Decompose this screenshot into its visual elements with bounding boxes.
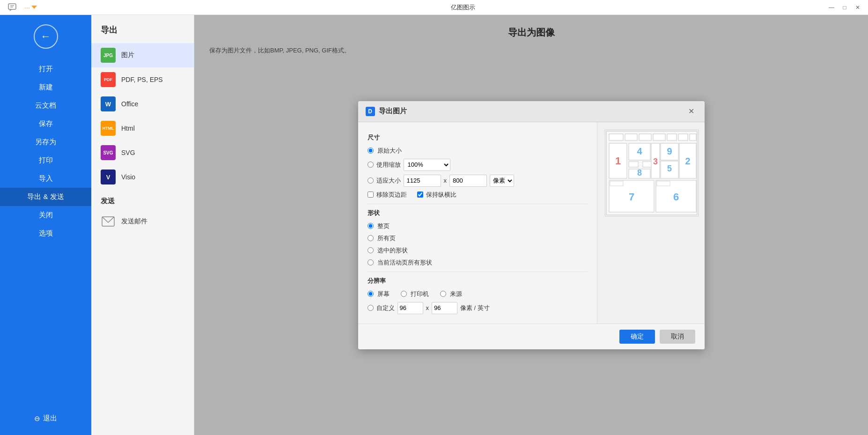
ok-button[interactable]: 确定: [619, 330, 655, 344]
export-item-email[interactable]: 发送邮件: [91, 209, 194, 234]
width-input[interactable]: 1125: [404, 175, 441, 187]
export-item-svg[interactable]: SVG SVG: [91, 140, 194, 165]
all-pages-radio[interactable]: [368, 235, 374, 241]
screen-radio[interactable]: [368, 291, 374, 297]
more-icon[interactable]: ···: [24, 1, 37, 14]
sidebar-item-close[interactable]: 关闭: [0, 206, 91, 224]
svg-rect-7: [609, 134, 623, 140]
margin-checkbox-row: 移除页边距 保持纵横比: [368, 191, 588, 199]
minimize-button[interactable]: —: [827, 3, 836, 12]
html-icon: HTML: [101, 121, 116, 136]
original-size-label[interactable]: 原始大小: [377, 147, 402, 155]
svg-text:1: 1: [615, 155, 620, 167]
full-page-label[interactable]: 整页: [377, 222, 390, 230]
cancel-button[interactable]: 取消: [660, 330, 695, 344]
preview-svg: 1 4 9: [605, 130, 698, 216]
back-icon: ←: [41, 30, 51, 43]
svg-text:8: 8: [637, 168, 641, 177]
email-icon: [101, 214, 116, 229]
dialog-close-button[interactable]: ✕: [686, 106, 697, 117]
selected-radio[interactable]: [368, 247, 374, 253]
resolution-presets-row: 屏幕 打印机 来源: [368, 290, 588, 298]
height-input[interactable]: 800: [449, 175, 487, 187]
back-button[interactable]: ←: [34, 24, 58, 49]
dialog-title-icon: D: [366, 107, 375, 116]
resolution-section-label: 分辨率: [368, 277, 588, 285]
dialog-preview-panel: 1 4 9: [597, 122, 705, 324]
titlebar: ··· 亿图图示 — □ ✕: [0, 0, 868, 15]
fit-size-label[interactable]: 适应大小: [376, 177, 401, 185]
dialog-overlay: D 导出图片 ✕ 尺寸 原始大小: [194, 15, 868, 435]
remove-margin-label[interactable]: 移除页边距: [376, 191, 407, 199]
svg-rect-21: [643, 162, 652, 167]
sidebar: ← 打开 新建 云文档 保存 另存为 打印 导入 导出 & 发送 关闭 选项: [0, 15, 91, 435]
export-item-image[interactable]: JPG 图片: [91, 43, 194, 67]
printer-label[interactable]: 打印机: [411, 290, 429, 298]
zoom-select[interactable]: 100% 150% 200% 50%: [404, 159, 450, 171]
screen-label[interactable]: 屏幕: [377, 290, 390, 298]
current-page-row: 当前活动页所有形状: [368, 258, 588, 267]
full-page-row: 整页: [368, 222, 588, 230]
svg-text:6: 6: [673, 191, 678, 203]
svg-text:5: 5: [667, 164, 671, 173]
svg-text:9: 9: [667, 146, 672, 156]
close-button[interactable]: ✕: [853, 3, 862, 12]
dialog-title-row: D 导出图片: [366, 107, 407, 116]
sidebar-item-export[interactable]: 导出 & 发送: [0, 188, 91, 206]
sidebar-item-new[interactable]: 新建: [0, 78, 91, 96]
custom-label[interactable]: 自定义: [376, 304, 395, 312]
size-section-label: 尺寸: [368, 133, 588, 142]
current-page-label[interactable]: 当前活动页所有形状: [377, 258, 432, 267]
sidebar-item-options[interactable]: 选项: [0, 224, 91, 243]
preview-box: 1 4 9: [605, 130, 699, 216]
unit-select[interactable]: 像素 英寸 毫米: [490, 175, 514, 187]
dialog-header: D 导出图片 ✕: [358, 101, 705, 122]
sidebar-item-cloud[interactable]: 云文档: [0, 96, 91, 115]
svg-marker-4: [31, 6, 37, 9]
svg-icon: SVG: [101, 145, 116, 160]
sidebar-item-print[interactable]: 打印: [0, 151, 91, 170]
app-title: 亿图图示: [99, 3, 827, 12]
fit-size-radio[interactable]: [368, 177, 374, 184]
source-label[interactable]: 来源: [450, 290, 462, 298]
svg-rect-9: [639, 134, 651, 140]
dialog-footer: 确定 取消: [358, 324, 705, 349]
svg-rect-8: [625, 134, 637, 140]
svg-text:3: 3: [653, 157, 657, 166]
dialog-body: 尺寸 原始大小 使用缩放 100% 150%: [358, 122, 705, 324]
chat-icon[interactable]: [6, 1, 19, 14]
all-pages-label[interactable]: 所有页: [377, 234, 396, 243]
zoom-size-row: 使用缩放 100% 150% 200% 50%: [368, 159, 588, 171]
export-item-pdf[interactable]: PDF PDF, PS, EPS: [91, 67, 194, 92]
zoom-size-label[interactable]: 使用缩放: [376, 161, 401, 169]
export-panel-title: 导出: [91, 15, 194, 43]
export-item-html[interactable]: HTML Html: [91, 116, 194, 140]
source-radio[interactable]: [440, 291, 446, 297]
svg-rect-20: [629, 162, 638, 167]
printer-radio[interactable]: [401, 291, 407, 297]
zoom-size-radio[interactable]: [368, 162, 374, 168]
sidebar-item-save-as[interactable]: 另存为: [0, 133, 91, 151]
sidebar-item-open[interactable]: 打开: [0, 60, 91, 78]
sidebar-item-exit[interactable]: ⊖ 退出: [0, 409, 91, 428]
export-item-visio[interactable]: V Visio: [91, 165, 194, 189]
export-item-office[interactable]: W Office: [91, 92, 194, 116]
keep-ratio-checkbox[interactable]: [417, 192, 423, 198]
sidebar-item-save[interactable]: 保存: [0, 115, 91, 133]
jpg-icon: JPG: [101, 48, 116, 63]
res-width-input[interactable]: [397, 302, 423, 314]
current-page-radio[interactable]: [368, 259, 374, 265]
keep-ratio-label[interactable]: 保持纵横比: [426, 191, 456, 199]
svg-rect-11: [667, 134, 677, 140]
res-height-input[interactable]: [432, 302, 457, 314]
sidebar-item-import[interactable]: 导入: [0, 170, 91, 188]
remove-margin-checkbox[interactable]: [368, 192, 374, 198]
original-size-radio[interactable]: [368, 147, 374, 154]
fit-size-row: 适应大小 1125 x 800 像素 英寸 毫米: [368, 175, 588, 187]
selected-label[interactable]: 选中的形状: [377, 246, 408, 255]
full-page-radio[interactable]: [368, 223, 374, 229]
custom-radio[interactable]: [368, 305, 374, 311]
maximize-button[interactable]: □: [840, 3, 849, 12]
res-unit-label: 像素 / 英寸: [460, 304, 490, 312]
shape-section-label: 形状: [368, 209, 588, 217]
